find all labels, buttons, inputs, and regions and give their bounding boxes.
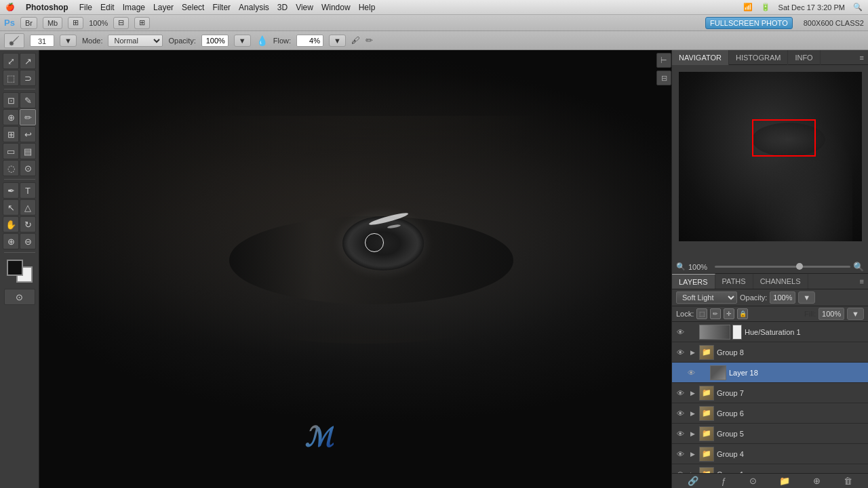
menu-edit[interactable]: Edit — [100, 3, 115, 12]
tab-info[interactable]: INFO — [788, 50, 820, 65]
menu-help[interactable]: Help — [359, 3, 376, 12]
delete-layer-icon[interactable]: 🗑 — [841, 474, 855, 487]
menu-view[interactable]: View — [296, 3, 313, 12]
menu-window[interactable]: Window — [321, 3, 351, 12]
canvas-area[interactable]: 800X600 CLASS2 @ 100% (Layer 18, RGB/8#)… — [39, 50, 671, 488]
zoom-out-icon[interactable]: 🔍 — [676, 262, 686, 271]
menu-image[interactable]: Image — [123, 3, 145, 12]
menu-3d[interactable]: 3D — [277, 3, 288, 12]
layer-item[interactable]: 👁 ▶ 📁 Group 1 — [672, 464, 868, 473]
menu-filter[interactable]: Filter — [212, 3, 231, 12]
zoom-minus[interactable]: ⊖ — [20, 233, 36, 249]
fill-arrow[interactable]: ▼ — [847, 308, 864, 320]
stylus-icon[interactable]: ✏ — [366, 35, 373, 45]
layer-blend-select[interactable]: Soft Light Normal Multiply Screen Overla… — [676, 291, 737, 304]
layer-eye-toggle[interactable]: 👁 — [675, 408, 686, 419]
link-layers-icon[interactable]: 🔗 — [685, 474, 701, 487]
type-tool[interactable]: T — [20, 182, 36, 199]
dodge-tool[interactable]: ⊙ — [20, 160, 36, 176]
foreground-color[interactable] — [7, 260, 23, 276]
brush-preset-button[interactable]: ▼ — [60, 35, 77, 47]
tab-histogram[interactable]: HISTOGRAM — [729, 50, 788, 65]
layers-panel-menu[interactable]: ≡ — [856, 274, 868, 289]
blend-mode-select[interactable]: Normal Dissolve Multiply Screen Overlay … — [108, 35, 163, 47]
airbrush-icon[interactable]: 💧 — [256, 35, 268, 46]
zoom-in-icon[interactable]: 🔍 — [853, 262, 864, 272]
navigator-panel-menu[interactable]: ≡ — [856, 54, 868, 62]
extras-button[interactable]: ⊞ — [134, 17, 150, 29]
lock-all-btn[interactable]: 🔒 — [737, 308, 748, 319]
eraser-tool[interactable]: ▭ — [3, 143, 19, 159]
hand-tool[interactable]: ✋ — [3, 216, 19, 232]
screen-mode-button[interactable]: ⊞ — [68, 17, 83, 29]
layer-expand-toggle[interactable]: ▶ — [688, 450, 696, 458]
move-tool[interactable]: ⤢ — [3, 53, 19, 69]
layer-opacity-input[interactable]: 100% — [770, 291, 795, 304]
lock-pixels-btn[interactable]: ✏ — [710, 308, 721, 319]
menu-file[interactable]: File — [79, 3, 92, 12]
layer-expand-toggle[interactable]: ▶ — [688, 389, 696, 397]
tab-navigator[interactable]: NAVIGATOR — [672, 50, 729, 65]
flow-input[interactable]: 4% — [296, 35, 323, 47]
add-effect-icon[interactable]: ƒ — [719, 474, 729, 487]
layer-item-selected[interactable]: 👁 Layer 18 — [672, 363, 868, 383]
opacity-arrow[interactable]: ▼ — [234, 35, 251, 47]
panel-toggle-1[interactable]: ⊢ — [656, 53, 671, 68]
layer-eye-toggle[interactable]: 👁 — [675, 347, 686, 358]
layer-item[interactable]: 👁 ▶ 📁 Group 8 — [672, 342, 868, 363]
menu-layer[interactable]: Layer — [153, 3, 174, 12]
menu-analysis[interactable]: Analysis — [239, 3, 269, 12]
lasso-tool[interactable]: ⊃ — [20, 70, 36, 86]
brush-tool-btn[interactable]: ✏ — [20, 109, 36, 125]
layer-eye-toggle[interactable]: 👁 — [675, 428, 686, 439]
artboard-tool[interactable]: ↗ — [20, 53, 36, 69]
layer-expand-toggle[interactable]: ▶ — [688, 348, 696, 357]
layer-opacity-arrow[interactable]: ▼ — [798, 291, 815, 304]
eyedropper-tool[interactable]: ✎ — [20, 92, 36, 108]
shape-tool[interactable]: △ — [20, 199, 36, 216]
crop-tool[interactable]: ⊡ — [3, 92, 19, 108]
tab-channels[interactable]: CHANNELS — [753, 274, 808, 289]
layer-item[interactable]: 👁 ▶ 📁 Group 5 — [672, 424, 868, 444]
zoom-slider-thumb[interactable] — [796, 263, 803, 270]
layer-item[interactable]: 👁 ▶ 📁 Group 7 — [672, 383, 868, 403]
gradient-tool[interactable]: ▤ — [20, 143, 36, 159]
add-mask-icon[interactable]: ⊙ — [747, 474, 760, 487]
layer-eye-toggle[interactable]: 👁 — [686, 367, 696, 378]
layer-item[interactable]: 👁 ▶ 📁 Group 4 — [672, 444, 868, 464]
panel-toggle-2[interactable]: ⊟ — [656, 70, 671, 85]
nav-viewport-rect[interactable] — [752, 119, 816, 157]
lock-transparent-btn[interactable]: ⬚ — [696, 308, 707, 319]
spot-heal-tool[interactable]: ⊕ — [3, 109, 19, 125]
lock-position-btn[interactable]: ✛ — [724, 308, 734, 319]
apple-menu[interactable]: 🍎 — [5, 3, 15, 12]
layer-item[interactable]: 👁 Hue/Saturation 1 — [672, 322, 868, 342]
layer-eye-toggle[interactable]: 👁 — [675, 449, 686, 460]
layer-expand-toggle[interactable]: ▶ — [688, 409, 696, 418]
new-layer-icon[interactable]: ⊕ — [810, 474, 823, 487]
zoom-tool[interactable]: ⊕ — [3, 233, 19, 249]
layer-expand-toggle[interactable]: ▶ — [688, 430, 696, 438]
rotate-view[interactable]: ↻ — [20, 216, 36, 232]
history-brush[interactable]: ↩ — [20, 126, 36, 142]
quick-mask-btn[interactable]: ⊙ — [4, 289, 35, 305]
pen-tool[interactable]: ✒ — [3, 182, 19, 199]
fill-input[interactable]: 100% — [818, 308, 844, 320]
search-icon[interactable]: 🔍 — [853, 3, 863, 12]
bridge-button[interactable]: Br — [20, 17, 37, 29]
brush-tool-icon[interactable] — [4, 33, 24, 48]
layer-eye-toggle[interactable]: 👁 — [675, 327, 686, 338]
minibr-button[interactable]: Mb — [43, 17, 62, 29]
tab-layers[interactable]: LAYERS — [672, 274, 715, 289]
flow-arrow[interactable]: ▼ — [329, 35, 346, 47]
layer-item[interactable]: 👁 ▶ 📁 Group 6 — [672, 403, 868, 424]
tab-paths[interactable]: PATHS — [715, 274, 753, 289]
menu-select[interactable]: Select — [182, 3, 204, 12]
marquee-tool[interactable]: ⬚ — [3, 70, 19, 86]
blur-tool[interactable]: ◌ — [3, 160, 19, 176]
fullscreen-photo-button[interactable]: FULLSCREEN PHOTO — [705, 17, 793, 29]
zoom-slider-track[interactable] — [715, 266, 850, 268]
new-group-icon[interactable]: 📁 — [776, 474, 793, 487]
opacity-input[interactable]: 100% — [201, 35, 229, 47]
stamp-tool[interactable]: ⊞ — [3, 126, 19, 142]
